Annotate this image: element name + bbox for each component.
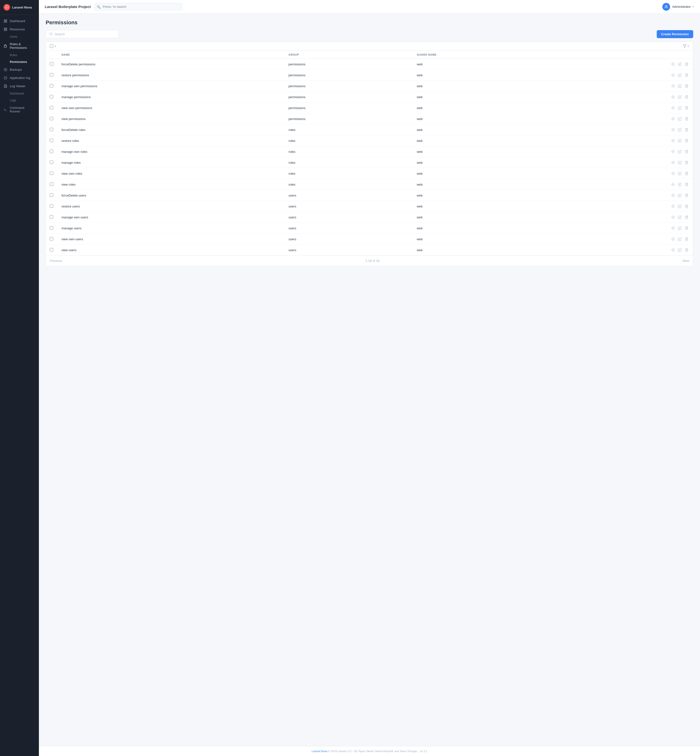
col-guard-name[interactable]: GUARD NAME <box>413 51 556 59</box>
view-button-3[interactable] <box>670 95 675 99</box>
row-checkbox-15[interactable] <box>50 226 53 229</box>
view-button-14[interactable] <box>670 215 675 220</box>
edit-button-13[interactable] <box>677 204 682 209</box>
delete-button-14[interactable] <box>684 215 689 220</box>
view-button-13[interactable] <box>670 204 675 209</box>
delete-button-11[interactable] <box>684 182 689 187</box>
edit-button-1[interactable] <box>677 73 682 78</box>
delete-button-2[interactable] <box>684 84 689 89</box>
filter-icon-wrap[interactable]: ▾ <box>683 44 689 48</box>
edit-button-11[interactable] <box>677 182 682 187</box>
edit-button-2[interactable] <box>677 84 682 89</box>
view-button-10[interactable] <box>670 171 675 176</box>
edit-button-16[interactable] <box>677 237 682 242</box>
delete-button-15[interactable] <box>684 226 689 231</box>
row-checkbox-7[interactable] <box>50 139 53 142</box>
search-input[interactable] <box>55 32 115 36</box>
delete-button-9[interactable] <box>684 160 689 165</box>
edit-button-6[interactable] <box>677 127 682 132</box>
pagination-previous[interactable]: Previous <box>50 259 62 263</box>
user-name[interactable]: Administrator <box>672 5 691 8</box>
edit-button-7[interactable] <box>677 138 682 143</box>
user-menu-chevron[interactable]: ▾ <box>693 5 694 8</box>
sidebar-item-command-runner[interactable]: Command Runner <box>0 104 39 115</box>
row-checkbox-17[interactable] <box>50 248 53 251</box>
delete-button-17[interactable] <box>684 248 689 253</box>
delete-button-6[interactable] <box>684 127 689 132</box>
view-button-7[interactable] <box>670 138 675 143</box>
row-checkbox-6[interactable] <box>50 128 53 131</box>
edit-button-4[interactable] <box>677 106 682 110</box>
row-checkbox-10[interactable] <box>50 171 53 175</box>
row-checkbox-14[interactable] <box>50 215 53 219</box>
view-button-8[interactable] <box>670 149 675 154</box>
sidebar-item-backups[interactable]: Backups <box>0 65 39 73</box>
row-checkbox-11[interactable] <box>50 182 53 186</box>
sidebar-item-roles-permissions[interactable]: Roles & Permissions <box>0 40 39 52</box>
edit-button-17[interactable] <box>677 248 682 253</box>
row-checkbox-5[interactable] <box>50 117 53 120</box>
delete-button-5[interactable] <box>684 116 689 121</box>
edit-button-9[interactable] <box>677 160 682 165</box>
view-button-15[interactable] <box>670 226 675 231</box>
svg-marker-20 <box>683 45 686 48</box>
row-checkbox-0[interactable] <box>50 62 53 65</box>
edit-button-10[interactable] <box>677 171 682 176</box>
view-button-16[interactable] <box>670 237 675 242</box>
edit-button-15[interactable] <box>677 226 682 231</box>
select-all-checkbox[interactable] <box>50 44 53 48</box>
sidebar-item-log-viewer[interactable]: Log Viewer <box>0 82 39 90</box>
col-group[interactable]: GROUP <box>284 51 413 59</box>
pagination-next[interactable]: Next <box>683 259 689 263</box>
sidebar-item-dashboard[interactable]: Dashboard <box>0 17 39 25</box>
row-guard: web <box>413 70 556 81</box>
view-button-12[interactable] <box>670 193 675 198</box>
edit-button-5[interactable] <box>677 116 682 121</box>
sidebar-sub-users[interactable]: Users <box>0 33 39 40</box>
sidebar-sub-permissions[interactable]: Permissions <box>0 59 39 65</box>
sidebar-item-application-log[interactable]: Application log <box>0 73 39 82</box>
row-checkbox-12[interactable] <box>50 193 53 197</box>
row-checkbox-3[interactable] <box>50 95 53 98</box>
create-permission-button[interactable]: Create Permission <box>657 30 693 38</box>
delete-button-10[interactable] <box>684 171 689 176</box>
delete-button-16[interactable] <box>684 237 689 242</box>
sidebar-sub-logviewer-dashboard[interactable]: Dashboard <box>0 90 39 97</box>
edit-button-12[interactable] <box>677 193 682 198</box>
delete-button-8[interactable] <box>684 149 689 154</box>
view-button-11[interactable] <box>670 182 675 187</box>
view-button-2[interactable] <box>670 84 675 89</box>
row-checkbox-4[interactable] <box>50 106 53 109</box>
edit-button-0[interactable] <box>677 62 682 67</box>
view-button-0[interactable] <box>670 62 675 67</box>
select-all-chevron[interactable]: ▾ <box>55 45 56 48</box>
sidebar-item-resources[interactable]: Resources <box>0 25 39 33</box>
row-checkbox-9[interactable] <box>50 161 53 164</box>
row-checkbox-8[interactable] <box>50 150 53 153</box>
col-name[interactable]: NAME <box>58 51 284 59</box>
edit-button-3[interactable] <box>677 95 682 99</box>
view-button-17[interactable] <box>670 248 675 253</box>
topbar-search-input[interactable] <box>95 3 182 11</box>
view-button-6[interactable] <box>670 127 675 132</box>
delete-button-12[interactable] <box>684 193 689 198</box>
edit-button-8[interactable] <box>677 149 682 154</box>
view-button-9[interactable] <box>670 160 675 165</box>
row-checkbox-2[interactable] <box>50 84 53 87</box>
row-checkbox-16[interactable] <box>50 237 53 240</box>
delete-button-3[interactable] <box>684 95 689 99</box>
delete-button-0[interactable] <box>684 62 689 67</box>
view-button-1[interactable] <box>670 73 675 78</box>
delete-button-4[interactable] <box>684 106 689 110</box>
view-button-4[interactable] <box>670 106 675 110</box>
delete-button-7[interactable] <box>684 138 689 143</box>
edit-button-14[interactable] <box>677 215 682 220</box>
footer-link[interactable]: Laravel Nova <box>312 750 327 753</box>
row-checkbox-13[interactable] <box>50 204 53 208</box>
view-button-5[interactable] <box>670 116 675 121</box>
delete-button-1[interactable] <box>684 73 689 78</box>
sidebar-sub-roles[interactable]: Roles <box>0 52 39 59</box>
sidebar-sub-logviewer-logs[interactable]: Logs <box>0 97 39 104</box>
row-checkbox-1[interactable] <box>50 73 53 76</box>
delete-button-13[interactable] <box>684 204 689 209</box>
